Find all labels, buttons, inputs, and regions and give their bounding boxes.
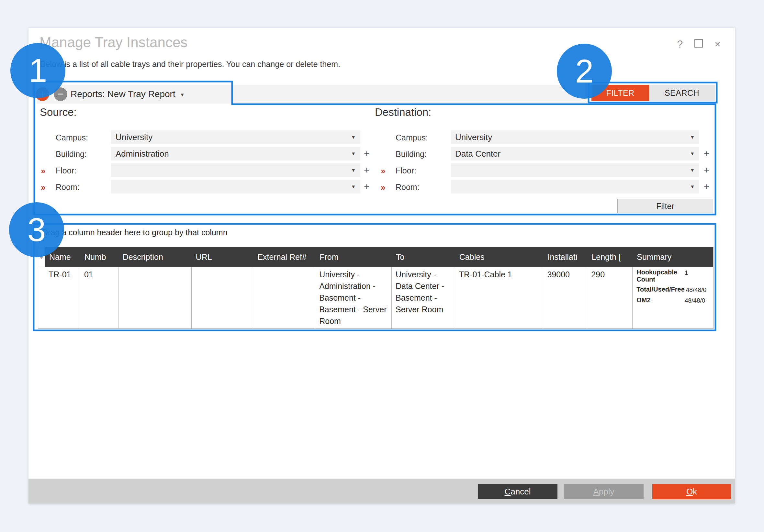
- chevron-down-icon: ▼: [351, 180, 356, 194]
- summary-value: 48/48/0: [686, 286, 710, 293]
- destination-room-dropdown[interactable]: ▼: [451, 180, 699, 194]
- destination-building-value: Data Center: [455, 149, 500, 159]
- cell-number: 01: [80, 267, 118, 328]
- source-room-add-button[interactable]: +: [364, 181, 370, 192]
- cancel-button[interactable]: Cancel: [478, 484, 557, 499]
- source-campus-dropdown[interactable]: University ▼: [111, 130, 360, 144]
- chevron-down-icon: ▼: [690, 130, 695, 144]
- tab-search[interactable]: SEARCH: [649, 85, 715, 101]
- row-indicator-cell: [38, 267, 45, 328]
- cell-to: University - Data Center - Basement - Se…: [391, 267, 455, 328]
- destination-floor-dropdown[interactable]: ▼: [451, 163, 699, 177]
- destination-room-add-button[interactable]: +: [704, 181, 710, 192]
- page-title: Manage Tray Instances: [40, 34, 187, 51]
- destination-floor-required-icon: »: [381, 166, 385, 176]
- cell-external-ref: [253, 267, 315, 328]
- source-campus-value: University: [115, 132, 152, 142]
- column-header-from[interactable]: From: [315, 247, 391, 266]
- report-selector-label: Reports: New Tray Report: [71, 89, 175, 99]
- destination-floor-add-button[interactable]: +: [704, 165, 710, 176]
- column-header-cables[interactable]: Cables: [455, 247, 543, 266]
- remove-report-button[interactable]: −: [54, 88, 67, 101]
- ok-button[interactable]: Ok: [652, 484, 731, 499]
- chevron-down-icon: ▼: [351, 163, 356, 177]
- chevron-down-icon: ▼: [690, 147, 695, 160]
- column-header-description[interactable]: Description: [118, 247, 191, 266]
- manage-tray-instances-dialog: Manage Tray Instances Below is a list of…: [29, 28, 735, 503]
- maximize-box: [694, 39, 703, 48]
- chevron-down-icon: ▼: [351, 147, 356, 160]
- destination-campus-label: Campus:: [396, 133, 428, 142]
- destination-building-add-button[interactable]: +: [704, 148, 710, 159]
- tray-grid: ∗ Name Numb Description URL External Ref…: [38, 247, 713, 329]
- chevron-down-icon: ▼: [351, 130, 356, 144]
- filter-apply-button[interactable]: Filter: [617, 199, 713, 213]
- cell-length: 290: [587, 267, 632, 328]
- add-report-button[interactable]: +: [36, 88, 49, 101]
- cell-url: [191, 267, 253, 328]
- cell-summary: Hookupcable Count 1 Total/Used/Free 48/4…: [632, 267, 713, 328]
- destination-room-required-icon: »: [381, 183, 385, 193]
- summary-total-used-free: Total/Used/Free 48/48/0: [637, 286, 709, 293]
- close-icon[interactable]: ×: [714, 39, 721, 49]
- cell-from: University - Administration - Basement -…: [315, 267, 391, 328]
- source-building-add-button[interactable]: +: [364, 148, 370, 159]
- summary-label: Total/Used/Free: [637, 286, 685, 293]
- source-campus-label: Campus:: [56, 133, 88, 142]
- footer-bar: Cancel Apply Ok: [29, 479, 735, 503]
- source-room-label: Room:: [56, 183, 80, 192]
- source-room-required-icon: »: [41, 183, 45, 193]
- summary-value: 1: [685, 268, 709, 283]
- column-header-name[interactable]: Name: [45, 247, 80, 266]
- destination-room-label: Room:: [396, 183, 420, 192]
- help-icon[interactable]: ?: [677, 39, 683, 49]
- cell-installation: 39000: [543, 267, 587, 328]
- summary-label: Hookupcable Count: [637, 268, 683, 283]
- column-header-to[interactable]: To: [391, 247, 455, 266]
- chevron-down-icon: ▼: [180, 92, 185, 97]
- source-section-title: Source:: [40, 106, 77, 118]
- column-header-length[interactable]: Length [: [587, 247, 632, 266]
- summary-value: 48/48/0: [685, 296, 709, 304]
- source-floor-required-icon: »: [41, 166, 45, 176]
- destination-campus-dropdown[interactable]: University ▼: [451, 130, 699, 144]
- column-header-installation[interactable]: Installati: [543, 247, 587, 266]
- source-building-label: Building:: [56, 149, 87, 159]
- cell-name: TR-01: [45, 267, 80, 328]
- table-row[interactable]: TR-01 01 University - Administration - B…: [38, 266, 713, 328]
- page-subtitle: Below is a list of all cable trays and t…: [40, 60, 340, 69]
- source-floor-dropdown[interactable]: ▼: [111, 163, 360, 177]
- column-header-url[interactable]: URL: [191, 247, 253, 266]
- summary-label: OM2: [637, 296, 683, 304]
- apply-button[interactable]: Apply: [564, 484, 644, 499]
- tab-filter[interactable]: FILTER: [591, 85, 649, 101]
- grid-header-row: ∗ Name Numb Description URL External Ref…: [38, 247, 713, 266]
- cell-cables: TR-01-Cable 1: [455, 267, 543, 328]
- report-selector-tab[interactable]: Reports: New Tray Report▼: [71, 89, 185, 99]
- source-room-dropdown[interactable]: ▼: [111, 180, 360, 194]
- destination-campus-value: University: [455, 132, 492, 142]
- summary-om2: OM2 48/48/0: [637, 296, 709, 304]
- window-controls: ? ×: [677, 39, 721, 49]
- destination-floor-label: Floor:: [396, 166, 416, 175]
- destination-building-label: Building:: [396, 149, 427, 159]
- source-floor-label: Floor:: [56, 166, 77, 175]
- maximize-icon[interactable]: [694, 39, 703, 49]
- summary-hookupcable: Hookupcable Count 1: [637, 268, 709, 283]
- column-header-number[interactable]: Numb: [80, 247, 118, 266]
- cell-description: [118, 267, 191, 328]
- destination-building-dropdown[interactable]: Data Center ▼: [451, 147, 699, 160]
- column-header-summary[interactable]: Summary: [632, 247, 713, 266]
- chevron-down-icon: ▼: [690, 180, 695, 194]
- source-building-dropdown[interactable]: Administration ▼: [111, 147, 360, 160]
- source-floor-add-button[interactable]: +: [364, 165, 370, 176]
- column-header-external-ref[interactable]: External Ref#: [253, 247, 315, 266]
- source-building-value: Administration: [115, 149, 169, 159]
- destination-section-title: Destination:: [375, 106, 431, 118]
- chevron-down-icon: ▼: [690, 163, 695, 177]
- group-by-hint: Drag a column header here to group by th…: [42, 228, 228, 237]
- row-indicator-icon: ∗: [38, 247, 45, 266]
